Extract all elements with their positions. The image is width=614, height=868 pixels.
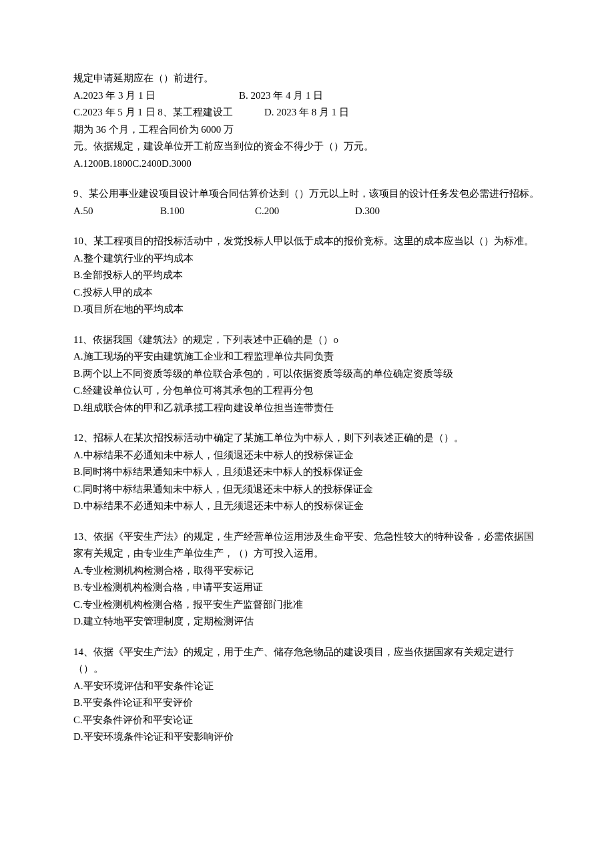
q11-option-c: C.经建设单位认可，分包单位可将其承包的工程再分包 [73,382,541,400]
q14-option-d: D.平安环境条件论证和平安影响评价 [73,729,541,746]
question-12: 12、招标人在某次招投标活动中确定了某施工单位为中标人，则下列表述正确的是（）。… [73,430,541,515]
q8-line2: 期为 36 个月，工程合同价为 6000 万 [73,121,541,139]
q13-stem: 13、依据《平安生产法》的规定，生产经营单位运用涉及生命平安、危急性较大的特种设… [73,528,541,562]
q11-stem: 11、依据我国《建筑法》的规定，下列表述中正确的是（）o [73,332,541,349]
q11-option-b: B.两个以上不同资质等级的单位联合承包的，可以依据资质等级高的单位确定资质等级 [73,366,541,383]
q10-stem: 10、某工程项目的招投标活动中，发觉投标人甲以低于成本的报价竞标。这里的成本应当… [73,233,541,250]
question-14: 14、依据《平安生产法》的规定，用于生产、储存危急物品的建设项目，应当依据国家有… [73,644,541,746]
question-10: 10、某工程项目的招投标活动中，发觉投标人甲以低于成本的报价竞标。这里的成本应当… [73,233,541,318]
q9-stem: 9、某公用事业建设项目设计单项合同估算价达到（）万元以上时，该项目的设计任务发包… [73,185,541,203]
q7-options-row2: C.2023 年 5 月 1 日 8、某工程建设工 D. 2023 年 8 月 … [73,104,541,121]
exam-page: 规定申请延期应在（）前进行。 A.2023 年 3 月 1 日 B. 2023 … [0,0,614,868]
q12-option-d: D.中标结果不必通知未中标人，且无须退还未中标人的投标保证金 [73,498,541,515]
q14-option-b: B.平安条件论证和平安评价 [73,695,541,712]
q7-option-a: A.2023 年 3 月 1 日 [73,87,239,105]
q12-stem: 12、招标人在某次招投标活动中确定了某施工单位为中标人，则下列表述正确的是（）。 [73,430,541,447]
question-9: 9、某公用事业建设项目设计单项合同估算价达到（）万元以上时，该项目的设计任务发包… [73,185,541,220]
q12-option-c: C.同时将中标结果通知未中标人，但无须退还未中标人的投标保证金 [73,481,541,498]
q7-options-row1: A.2023 年 3 月 1 日 B. 2023 年 4 月 1 日 [73,87,541,105]
q11-option-d: D.组成联合体的甲和乙就承揽工程向建设单位担当连带责任 [73,400,541,417]
question-11: 11、依据我国《建筑法》的规定，下列表述中正确的是（）o A.施工现场的平安由建… [73,332,541,417]
q14-option-c: C.平安条件评价和平安论证 [73,712,541,729]
q13-option-a: A.专业检测机构检测合格，取得平安标记 [73,562,541,580]
q13-option-d: D.建立特地平安管理制度，定期检测评估 [73,613,541,630]
question-7-8: 规定申请延期应在（）前进行。 A.2023 年 3 月 1 日 B. 2023 … [73,70,541,172]
q9-option-b: B.100 [160,203,255,220]
q7-option-c: C.2023 年 5 月 1 日 8、某工程建设工 [73,104,264,121]
q12-option-b: B.同时将中标结果通知未中标人，且须退还未中标人的投标保证金 [73,464,541,481]
q11-option-a: A.施工现场的平安由建筑施工企业和工程监理单位共同负责 [73,348,541,366]
q8-options-combined: A.1200B.1800C.2400D.3000 [73,155,541,173]
q9-options: A.50 B.100 C.200 D.300 [73,203,541,220]
q9-option-c: C.200 [255,203,355,220]
q8-line3: 元。依据规定，建设单位开工前应当到位的资金不得少于（）万元。 [73,138,541,155]
q14-stem: 14、依据《平安生产法》的规定，用于生产、储存危急物品的建设项目，应当依据国家有… [73,644,541,678]
q10-option-a: A.整个建筑行业的平均成本 [73,250,541,268]
q9-option-d: D.300 [355,203,380,220]
q10-option-c: C.投标人甲的成本 [73,284,541,302]
question-13: 13、依据《平安生产法》的规定，生产经营单位运用涉及生命平安、危急性较大的特种设… [73,528,541,630]
q10-option-b: B.全部投标人的平均成本 [73,267,541,284]
q10-option-d: D.项目所在地的平均成本 [73,301,541,318]
q14-option-a: A.平安环境评估和平安条件论证 [73,678,541,695]
q7-line: 规定申请延期应在（）前进行。 [73,70,541,87]
q13-option-b: B.专业检测机构检测合格，申请平安运用证 [73,579,541,596]
q13-option-c: C.专业检测机构检测合格，报平安生产监督部门批准 [73,596,541,614]
q7-option-b: B. 2023 年 4 月 1 日 [239,87,323,105]
q12-option-a: A.中标结果不必通知未中标人，但须退还未中标人的投标保证金 [73,447,541,464]
q9-option-a: A.50 [73,203,160,220]
q7-option-d: D. 2023 年 8 月 1 日 [264,104,349,121]
